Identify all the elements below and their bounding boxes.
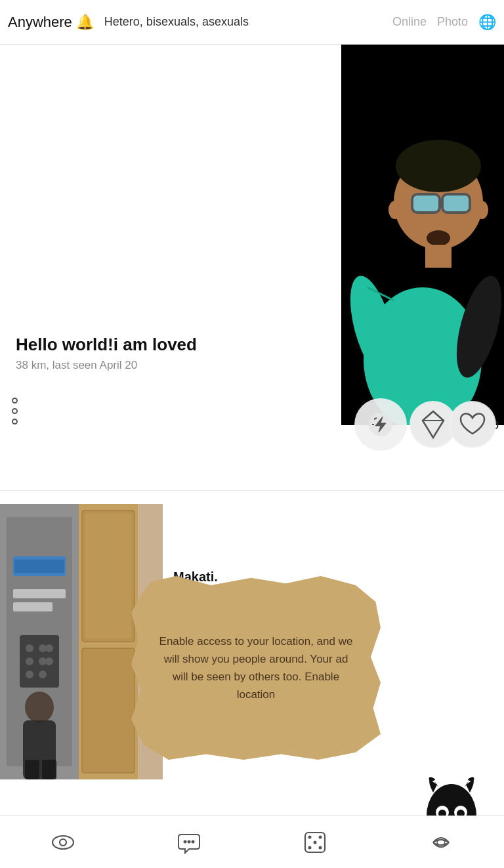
location-tooltip[interactable]: Enable access to your location, and we w…: [131, 576, 381, 760]
svg-rect-5: [413, 196, 438, 211]
svg-point-63: [314, 840, 317, 844]
gift-icon: [428, 831, 454, 854]
svg-rect-34: [14, 560, 64, 573]
dot-1: [12, 398, 18, 403]
gifts-nav-button[interactable]: [421, 823, 461, 862]
svg-point-9: [388, 201, 402, 219]
svg-rect-36: [13, 602, 52, 611]
notification-icon: 🔔: [76, 14, 94, 31]
location-filter[interactable]: Anywhere 🔔: [8, 14, 94, 31]
svg-point-3: [396, 140, 481, 192]
location-label: Anywhere: [8, 14, 72, 31]
svg-point-59: [192, 840, 195, 843]
svg-point-58: [188, 840, 191, 843]
svg-point-61: [308, 835, 312, 838]
svg-rect-49: [42, 760, 56, 779]
dice-icon: [303, 831, 327, 854]
profile-card-1: Hello world!i am loved 38 km, last seen …: [0, 45, 504, 491]
svg-rect-30: [85, 514, 131, 638]
svg-rect-35: [13, 589, 66, 598]
bubble-text: Enable access to your location, and we w…: [158, 632, 354, 704]
profile-name-1: Hello world!i am loved: [16, 335, 197, 355]
svg-rect-29: [82, 648, 135, 773]
svg-point-64: [308, 846, 312, 849]
scroll-area: Hello world!i am loved 38 km, last seen …: [0, 45, 504, 868]
svg-point-57: [184, 840, 187, 843]
random-nav-button[interactable]: [295, 823, 335, 862]
profile-card-2: Makati. passionate abou 34 km, last s ri…: [0, 491, 504, 868]
chat-icon: [176, 831, 202, 854]
dot-2: [12, 408, 18, 414]
svg-point-11: [427, 230, 450, 246]
svg-point-45: [39, 671, 47, 678]
browse-nav-button[interactable]: [43, 823, 83, 862]
online-filter[interactable]: Online: [392, 15, 427, 29]
svg-point-56: [60, 839, 66, 846]
globe-icon[interactable]: 🌐: [478, 14, 496, 31]
bubble-background: Enable access to your location, and we w…: [131, 576, 381, 760]
svg-point-41: [26, 657, 33, 665]
messages-nav-button[interactable]: [169, 823, 209, 862]
bottom-navigation: [0, 816, 504, 868]
svg-point-55: [52, 836, 74, 849]
svg-point-38: [26, 644, 33, 652]
svg-rect-48: [25, 760, 39, 779]
photo-filter[interactable]: Photo: [437, 15, 468, 29]
svg-point-43: [45, 657, 53, 665]
svg-point-62: [319, 835, 322, 838]
action-buttons: b: [354, 398, 504, 451]
svg-rect-7: [444, 196, 469, 211]
svg-point-44: [26, 671, 33, 678]
svg-point-10: [475, 201, 488, 219]
svg-point-66: [437, 840, 445, 845]
profile-meta-1: 38 km, last seen April 20: [16, 359, 197, 372]
like-button[interactable]: [449, 401, 496, 448]
svg-point-46: [25, 692, 54, 723]
profile-avatar-1[interactable]: [341, 45, 504, 425]
eye-icon: [51, 831, 75, 854]
header: Anywhere 🔔 Hetero, bisexuals, asexuals O…: [0, 0, 504, 45]
svg-point-25: [450, 402, 495, 447]
dot-3: [12, 419, 18, 424]
orientation-filter[interactable]: Hetero, bisexuals, asexuals: [104, 15, 382, 29]
boost-button[interactable]: [354, 398, 407, 451]
options-dots[interactable]: [12, 398, 18, 424]
svg-point-65: [319, 846, 322, 849]
svg-point-40: [45, 644, 53, 652]
profile-text-1: Hello world!i am loved 38 km, last seen …: [16, 335, 197, 372]
svg-rect-12: [425, 245, 452, 268]
